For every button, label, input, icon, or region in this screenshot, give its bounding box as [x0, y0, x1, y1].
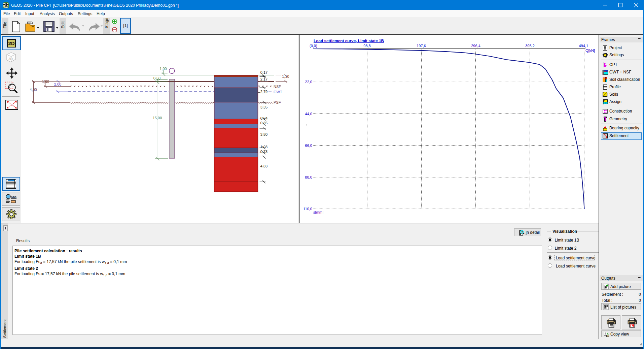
svg-text:2,79: 2,79	[260, 90, 267, 94]
svg-text:1,00: 1,00	[159, 67, 167, 71]
svg-text:Q[kN]: Q[kN]	[585, 49, 595, 53]
svg-text:NSF: NSF	[274, 85, 281, 89]
svg-text:3,35: 3,35	[260, 105, 267, 109]
svg-text:PSF: PSF	[274, 100, 281, 104]
svg-text:1,03: 1,03	[260, 145, 267, 149]
svg-text:–: –	[258, 90, 260, 94]
svg-text:0,50: 0,50	[153, 76, 160, 80]
svg-text:2,00: 2,00	[54, 82, 61, 86]
svg-text:3,80: 3,80	[260, 132, 267, 136]
svg-text:0,94: 0,94	[260, 116, 267, 120]
svg-text:395,2: 395,2	[525, 44, 535, 48]
svg-text:44,0: 44,0	[305, 112, 312, 116]
svg-text:3d: 3d	[11, 104, 13, 106]
svg-text:Abc: Abc	[11, 195, 16, 199]
svg-text:4,83: 4,83	[260, 164, 267, 168]
svg-text:197,6: 197,6	[417, 44, 426, 48]
svg-text:3D: 3D	[8, 57, 13, 61]
svg-text:88,0: 88,0	[305, 175, 312, 179]
svg-text:98,8: 98,8	[363, 44, 370, 48]
svg-text:1,00: 1,00	[42, 80, 49, 84]
svg-text:2,17: 2,17	[260, 77, 267, 81]
svg-text:GWT: GWT	[274, 90, 282, 94]
svg-text:22,0: 22,0	[305, 80, 312, 84]
svg-text:494,1: 494,1	[579, 44, 588, 48]
svg-text:Load settlement curve, Limit s: Load settlement curve, Limit state 1B	[314, 38, 384, 43]
svg-text:(0,0): (0,0)	[310, 44, 317, 48]
svg-text:110,0: 110,0	[303, 207, 312, 211]
svg-text:s[mm]: s[mm]	[313, 210, 323, 214]
svg-text:15,00: 15,00	[153, 116, 162, 120]
svg-text:CPT: CPT	[4, 5, 8, 8]
svg-text:0,17: 0,17	[260, 70, 267, 74]
svg-text:66,0: 66,0	[305, 144, 312, 148]
svg-text:296,4: 296,4	[471, 44, 480, 48]
svg-text:1,10: 1,10	[282, 74, 289, 78]
svg-text:4,00: 4,00	[30, 88, 37, 92]
